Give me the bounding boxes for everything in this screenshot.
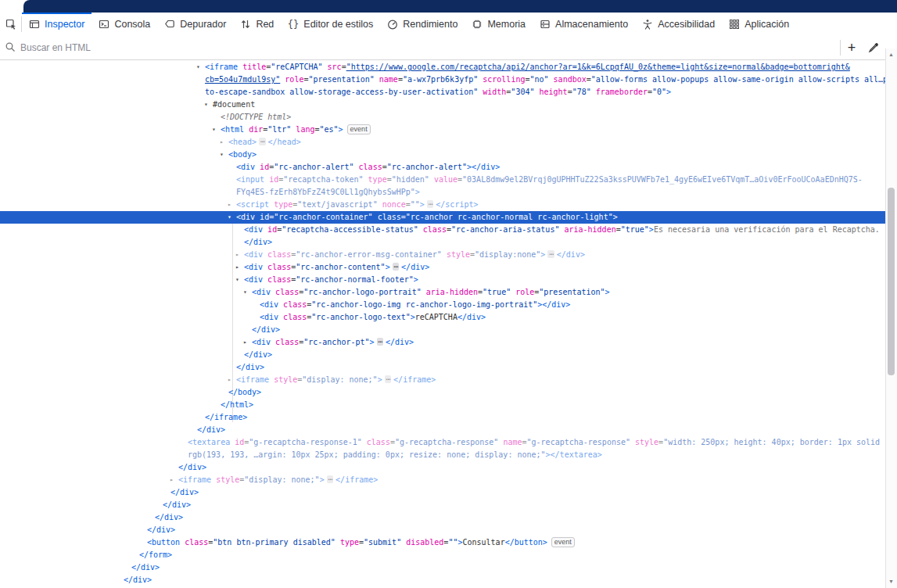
- markup-row[interactable]: </div>: [0, 424, 886, 436]
- markup-row[interactable]: </div>: [0, 324, 886, 336]
- tab-storage[interactable]: Almacenamiento: [533, 13, 635, 36]
- markup-row[interactable]: <textarea id="g-recaptcha-response-1" cl…: [0, 436, 886, 449]
- markup-row[interactable]: ▸<div class="rc-anchor-error-msg-contain…: [0, 249, 886, 261]
- expand-arrow-icon[interactable]: ▸: [243, 336, 247, 349]
- tab-debugger[interactable]: Depurador: [157, 13, 233, 36]
- event-badge[interactable]: event: [551, 537, 575, 547]
- ellipsis-expand-button[interactable]: ⋯: [327, 475, 333, 483]
- expand-arrow-icon[interactable]: ▸: [235, 249, 239, 261]
- tab-styleeditor[interactable]: {}Editor de estilos: [281, 13, 380, 36]
- markup-row[interactable]: <input id="recaptcha-token" type="hidden…: [0, 174, 886, 186]
- attr-name: disabled: [401, 538, 443, 547]
- collapse-arrow-icon[interactable]: ▾: [235, 274, 239, 286]
- markup-row[interactable]: </html>: [0, 399, 886, 411]
- markup-row[interactable]: <!DOCTYPE html>: [0, 111, 886, 124]
- markup-row[interactable]: ▾<div class="rc-anchor-normal-footer">: [0, 274, 886, 286]
- markup-row[interactable]: ▸<script type="text/javascript" nonce=""…: [0, 199, 886, 211]
- tag-token: </form>: [139, 550, 172, 559]
- collapse-arrow-icon[interactable]: ▾: [212, 124, 216, 136]
- markup-row[interactable]: ▸<iframe style="display: none;">⋯</ifram…: [0, 474, 886, 486]
- collapse-arrow-icon[interactable]: ▾: [196, 61, 200, 74]
- tab-application[interactable]: Aplicación: [722, 13, 796, 36]
- markup-row[interactable]: <div class="rc-anchor-logo-img rc-anchor…: [0, 299, 886, 311]
- collapse-arrow-icon[interactable]: ▾: [220, 149, 224, 161]
- tag-token: <iframe: [236, 375, 269, 384]
- markup-row[interactable]: </iframe>: [0, 411, 886, 424]
- markup-row[interactable]: <div id="rc-anchor-alert" class="rc-anch…: [0, 161, 886, 174]
- search-input[interactable]: [0, 42, 840, 53]
- scrollbar-thumb[interactable]: [888, 188, 895, 375]
- tag-token: </div>: [401, 263, 429, 271]
- markup-row[interactable]: ▾#document: [0, 99, 886, 111]
- tag-token: </iframe>: [205, 413, 247, 421]
- markup-row[interactable]: cb=5o4u7mdul9sy" role="presentation" nam…: [0, 74, 886, 86]
- tag-token: </div>: [252, 325, 280, 334]
- tab-inspector[interactable]: Inspector: [22, 13, 91, 36]
- expand-arrow-icon[interactable]: ▸: [228, 374, 231, 386]
- tab-network[interactable]: Red: [233, 13, 281, 36]
- markup-row[interactable]: </div>: [0, 511, 886, 524]
- svg-text:{}: {}: [288, 19, 299, 30]
- markup-row[interactable]: to-escape-sandbox allow-storage-access-b…: [0, 86, 886, 99]
- ellipsis-expand-button[interactable]: ⋯: [393, 263, 399, 271]
- tab-memory[interactable]: Memoria: [465, 13, 533, 36]
- markup-row[interactable]: ▾<html dir="ltr" lang="es">event: [0, 124, 886, 136]
- markup-row[interactable]: </div>: [0, 524, 886, 536]
- ellipsis-expand-button[interactable]: ⋯: [427, 200, 433, 208]
- tag-token: >: [540, 250, 545, 259]
- tag-token: </div>: [124, 575, 152, 584]
- ellipsis-expand-button[interactable]: ⋯: [259, 138, 265, 145]
- ellipsis-expand-button[interactable]: ⋯: [547, 250, 554, 258]
- ellipsis-expand-button[interactable]: ⋯: [385, 375, 391, 383]
- markup-row[interactable]: ▸<div class="rc-anchor-content">⋯</div>: [0, 261, 886, 274]
- ellipsis-expand-button[interactable]: ⋯: [377, 338, 383, 346]
- markup-row-selected[interactable]: ▾<div id="rc-anchor-container" class="rc…: [0, 211, 886, 224]
- markup-row[interactable]: ▾<iframe title="reCAPTCHA" src="https://…: [0, 61, 886, 74]
- scroll-up-arrow[interactable]: ▲: [886, 50, 896, 59]
- expand-arrow-icon[interactable]: ▸: [170, 474, 174, 486]
- markup-row[interactable]: </div>: [0, 349, 886, 361]
- tag-token: </html>: [221, 400, 253, 409]
- expand-arrow-icon[interactable]: ▸: [220, 136, 224, 149]
- tab-accessibility[interactable]: Accesibilidad: [635, 13, 722, 36]
- attr-name: class: [373, 213, 401, 221]
- markup-row[interactable]: </div>: [0, 574, 886, 586]
- attr-value: "text/javascript": [297, 200, 377, 209]
- scroll-down-arrow[interactable]: ▼: [886, 577, 896, 586]
- collapse-arrow-icon[interactable]: ▾: [204, 99, 208, 111]
- collapse-arrow-icon[interactable]: ▾: [228, 211, 231, 224]
- markup-row[interactable]: rgb(193, 193, …argin: 10px 25px; padding…: [0, 449, 886, 461]
- accessibility-icon: [642, 19, 653, 30]
- tab-console[interactable]: Consola: [91, 13, 157, 36]
- tag-token: >: [666, 88, 671, 96]
- markup-row[interactable]: </div>: [0, 499, 886, 511]
- markup-row[interactable]: </body>: [0, 386, 886, 399]
- markup-row[interactable]: FYq4ES-fzErh8YbFzZ4t9C0Ll1gQhybsSwHPp">: [0, 186, 886, 199]
- markup-row[interactable]: ▾<div class="rc-anchor-logo-portrait" ar…: [0, 286, 886, 299]
- markup-row[interactable]: ▾<body>: [0, 149, 886, 161]
- markup-row[interactable]: <div id="recaptcha-accessible-status" cl…: [0, 224, 886, 236]
- eyedropper-button[interactable]: [863, 38, 884, 57]
- markup-row[interactable]: </div>: [0, 561, 886, 574]
- markup-row[interactable]: <div class="rc-anchor-logo-text">reCAPTC…: [0, 311, 886, 324]
- markup-row[interactable]: <button class="btn btn-primary disabled"…: [0, 536, 886, 549]
- markup-row[interactable]: ▸<div class="rc-anchor-pt">⋯</div>: [0, 336, 886, 349]
- markup-row[interactable]: </div>: [0, 486, 886, 499]
- expand-arrow-icon[interactable]: ▸: [235, 261, 239, 274]
- tab-performance[interactable]: Rendimiento: [380, 13, 465, 36]
- attr-value: "rc-anchor-content": [296, 263, 385, 271]
- collapse-arrow-icon[interactable]: ▾: [243, 286, 247, 299]
- add-node-button[interactable]: +: [841, 38, 863, 57]
- attr-value: "": [411, 200, 420, 209]
- markup-row[interactable]: </div>: [0, 461, 886, 474]
- attr-name: style: [211, 475, 239, 484]
- markup-row[interactable]: </div>: [0, 361, 886, 374]
- pick-element-button[interactable]: [0, 13, 21, 36]
- markup-row[interactable]: ▸<head>⋯</head>: [0, 136, 886, 149]
- markup-row[interactable]: </div>: [0, 236, 886, 249]
- markup-row[interactable]: ▸<iframe style="display: none;">⋯</ifram…: [0, 374, 886, 386]
- event-badge[interactable]: event: [347, 124, 371, 134]
- expand-arrow-icon[interactable]: ▸: [228, 199, 231, 211]
- markup-row[interactable]: </form>: [0, 549, 886, 561]
- tag-token: <html: [221, 125, 244, 134]
